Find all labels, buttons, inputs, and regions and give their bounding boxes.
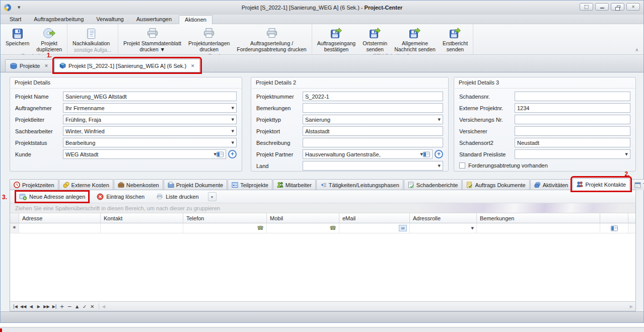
tab-aktivitaeten[interactable]: Aktivitäten: [530, 179, 573, 190]
versicherer-field[interactable]: [515, 126, 630, 136]
close-tab-icon[interactable]: ✕: [44, 63, 48, 68]
column-header-adresse[interactable]: Adresse: [19, 213, 101, 223]
tab-projekt-kontakte[interactable]: 2. Projekt Kontakte: [573, 178, 630, 190]
projekttyp-field[interactable]: Sanierung▼: [303, 115, 443, 124]
eintrag-loeschen-button[interactable]: Eintrag löschen: [94, 192, 147, 201]
column-header-email[interactable]: eMail: [339, 213, 410, 223]
nav-first-button[interactable]: |◀: [12, 304, 19, 309]
projekt-name-field[interactable]: Sanierung_WEG Altstadt: [63, 92, 237, 101]
projektunterlagen-drucken-button[interactable]: Projektunterlagen drucken: [185, 25, 233, 53]
cell-mobil[interactable]: ☎: [267, 223, 339, 233]
projekt-duplizieren-button[interactable]: Projekt duplizieren: [33, 25, 65, 53]
tab-projektzeiten[interactable]: Projektzeiten: [10, 179, 58, 190]
auftragseingang-bestaetigen-button[interactable]: Auftragseingang bestätigen: [314, 25, 359, 53]
close-tab-icon[interactable]: ✕: [191, 63, 195, 68]
tab-projekt-dokumente[interactable]: Projekt Dokumente: [164, 179, 228, 190]
cell-adressrolle[interactable]: ▼: [410, 223, 477, 233]
column-header-detail[interactable]: [600, 213, 628, 223]
schadensnr-field[interactable]: [515, 92, 630, 101]
tab-auftrags-dokumente[interactable]: Auftrags Dokumente: [462, 179, 529, 190]
projektnummer-field[interactable]: S_2022-1: [303, 92, 443, 101]
tab-termine[interactable]: Termine: [630, 179, 644, 190]
schadensort2-field[interactable]: Neustadt: [515, 138, 630, 147]
column-header-mobil[interactable]: Mobil: [267, 213, 339, 223]
tab-projekt-s-2022-1[interactable]: 1. Projekt [S_2022-1] [Sanierung_WEG A] …: [54, 59, 200, 72]
nav-prev-button[interactable]: ◀: [28, 304, 34, 309]
collapse-ribbon-icon[interactable]: ∧: [635, 47, 638, 52]
address-card-icon[interactable]: [611, 225, 618, 231]
toolbar-overflow-dropdown-icon[interactable]: ▾: [208, 192, 217, 201]
address-card-icon[interactable]: [217, 151, 224, 157]
projektleiter-field[interactable]: Frühling, Fraja▼: [63, 115, 237, 124]
nav-post-button[interactable]: ✓: [82, 304, 88, 309]
cell-kontakt[interactable]: [101, 223, 183, 233]
close-button[interactable]: ✕: [626, 3, 640, 11]
beschreibung-field[interactable]: [303, 138, 443, 147]
mail-icon[interactable]: ✉: [399, 225, 407, 231]
dropdown-icon[interactable]: ▼: [229, 141, 234, 145]
ribbon-tab-aktionen[interactable]: Aktionen: [179, 15, 212, 24]
projekt-partner-field[interactable]: Hausverwaltung Gartenstraße,▼: [303, 149, 433, 159]
quick-access-dropdown-icon[interactable]: ▼: [18, 6, 20, 10]
hscroll-right-icon[interactable]: ▶: [630, 304, 633, 309]
dropdown-icon[interactable]: ▼: [417, 152, 423, 156]
ribbon-tab-auswertungen[interactable]: Auswertungen: [131, 15, 177, 24]
nav-delete-button[interactable]: −: [66, 303, 73, 310]
dropdown-icon[interactable]: ▼: [435, 164, 441, 168]
tab-nebenkosten[interactable]: Nebenkosten: [114, 179, 163, 190]
nav-prev-page-button[interactable]: ◀◀: [20, 304, 27, 309]
dropdown-icon[interactable]: ▼: [229, 129, 234, 133]
standard-preisliste-field[interactable]: ▼: [515, 149, 630, 159]
dropdown-icon[interactable]: ▼: [211, 152, 217, 156]
externe-projektnr-field[interactable]: 1234: [515, 103, 630, 113]
ortstermin-senden-button[interactable]: Ortstermin senden: [359, 25, 391, 53]
liste-drucken-button[interactable]: Liste drucken: [154, 192, 201, 201]
column-header-bemerkungen[interactable]: Bemerkungen: [477, 213, 600, 223]
nav-next-page-button[interactable]: ▶▶: [43, 304, 50, 309]
cell-telefon[interactable]: ☎: [183, 223, 267, 233]
cell-bemerkungen[interactable]: [477, 223, 600, 233]
tab-teilprojekte[interactable]: Teilprojekte: [228, 179, 272, 190]
projektort-field[interactable]: Alstastadt: [303, 126, 443, 136]
dropdown-icon[interactable]: ▼: [229, 118, 234, 122]
column-header-adressrolle[interactable]: Adressrolle: [410, 213, 477, 223]
restore-button[interactable]: [611, 3, 624, 11]
land-field[interactable]: ▼: [303, 161, 443, 171]
dropdown-icon[interactable]: ▼: [229, 106, 234, 110]
dropdown-icon[interactable]: ▼: [435, 118, 441, 122]
minimize-button[interactable]: [595, 3, 609, 11]
nav-cancel-button[interactable]: ✕: [89, 304, 96, 309]
tab-taetigkeiten[interactable]: Tätigkeiten/Leistungsphasen: [316, 179, 403, 190]
dropdown-icon[interactable]: ▼: [622, 152, 628, 156]
tab-externe-kosten[interactable]: Externe Kosten: [59, 179, 113, 190]
column-header-kontakt[interactable]: Kontakt: [101, 213, 183, 223]
phone-icon[interactable]: ☎: [257, 225, 264, 231]
bemerkungen-field[interactable]: [303, 103, 443, 113]
nav-insert-button[interactable]: +: [59, 303, 65, 310]
sachbearbeiter-field[interactable]: Winter, Winfried▼: [63, 126, 237, 136]
cell-adresse[interactable]: [19, 223, 101, 233]
nav-edit-button[interactable]: ▲: [74, 304, 81, 309]
address-card-icon[interactable]: [423, 151, 430, 157]
cell-email[interactable]: ✉: [339, 223, 410, 233]
dropdown-icon[interactable]: ▼: [468, 226, 474, 230]
column-header-telefon[interactable]: Telefon: [183, 213, 267, 223]
auftragnehmer-field[interactable]: Ihr Firmenname▼: [63, 103, 237, 113]
stammdatenblatt-drucken-button[interactable]: Projekt Stammdatenblatt drucken ▼: [120, 25, 185, 53]
add-kunde-button[interactable]: +: [228, 150, 237, 158]
forderungsabtretung-checkbox[interactable]: [459, 162, 465, 169]
tab-mitarbeiter[interactable]: Mitarbeiter: [273, 179, 316, 190]
window-style-button[interactable]: [580, 3, 593, 11]
nav-next-button[interactable]: ▶: [35, 304, 42, 309]
neue-adresse-anlegen-button[interactable]: 3. Neue Adresse anlegen: [17, 192, 88, 201]
cell-detail[interactable]: [600, 223, 628, 233]
ribbon-tab-auftragsbearbeitung[interactable]: Auftragsbearbeitung: [28, 15, 89, 24]
nav-last-button[interactable]: ▶|: [51, 304, 58, 309]
versicherungs-nr-field[interactable]: [515, 115, 630, 124]
phone-icon[interactable]: ☎: [329, 225, 336, 231]
kunde-field[interactable]: WEG Altstadt▼: [63, 149, 226, 159]
auftragserteilung-drucken-button[interactable]: Auftragserteilung / Forderungsabtretung …: [233, 25, 310, 53]
add-partner-button[interactable]: +: [435, 150, 443, 158]
hscroll-left-icon[interactable]: ◀: [102, 304, 105, 309]
ribbon-tab-start[interactable]: Start: [4, 15, 27, 24]
